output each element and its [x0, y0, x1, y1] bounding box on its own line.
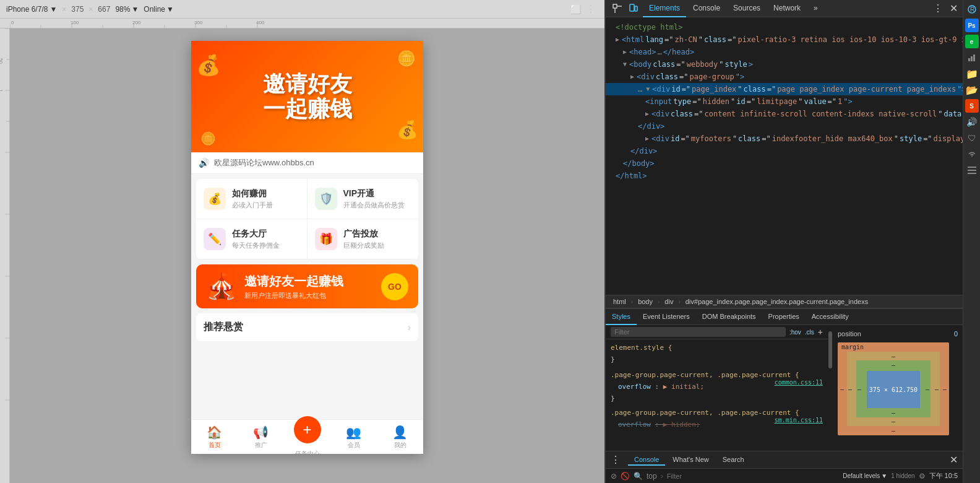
- devtools-close-button[interactable]: ✕: [950, 2, 958, 14]
- right-icon-folder-outline[interactable]: 📂: [965, 83, 979, 97]
- dom-line-11[interactable]: </body>: [606, 157, 963, 170]
- nav-item-promote[interactable]: 📢 推广: [238, 425, 284, 450]
- expand-content-div[interactable]: ▶: [645, 108, 649, 120]
- inspect-element-button[interactable]: [611, 2, 624, 15]
- expand-html[interactable]: ▶: [616, 34, 619, 45]
- styles-tab-styles[interactable]: Styles: [606, 309, 637, 325]
- css-rules-area[interactable]: element.style { } .page-group.page-curre…: [606, 339, 828, 451]
- right-icon-s[interactable]: S: [965, 99, 979, 113]
- invite-banner[interactable]: 🎪 邀请好友一起赚钱 新用户注册即送暴礼大红包 GO: [196, 264, 418, 308]
- styles-tab-dom-breakpoints[interactable]: DOM Breakpoints: [696, 309, 762, 325]
- devtools-more-button[interactable]: ⋮: [931, 2, 945, 15]
- nav-item-member[interactable]: 👥 会员: [330, 425, 377, 450]
- right-icon-ps[interactable]: Ps: [965, 19, 979, 32]
- phone-content[interactable]: 💰 🪙 💰 🪙 邀请好友 一起赚钱 🔊 欧星源码论坛www.ohbbs.cn: [191, 41, 423, 419]
- recommend-arrow-icon[interactable]: ›: [408, 322, 411, 333]
- more-options-button[interactable]: ⋮: [586, 3, 596, 15]
- breadcrumb-div[interactable]: div: [662, 298, 676, 305]
- console-settings-icon[interactable]: ⚙: [919, 472, 926, 481]
- styles-tab-properties[interactable]: Properties: [762, 309, 806, 325]
- dom-line-9[interactable]: ▶ <div id="myfooters" class="indexfooter…: [606, 133, 963, 145]
- breadcrumb-page-index[interactable]: div#page_index.page.page_index.page-curr…: [683, 298, 870, 305]
- dom-line-10[interactable]: </div>: [606, 145, 963, 157]
- console-tab-console[interactable]: Console: [628, 455, 665, 466]
- styles-tab-event-listeners[interactable]: Event Listeners: [637, 309, 696, 325]
- nav-item-task[interactable]: + 任务中心: [284, 416, 330, 455]
- console-bar: ⋮ Console What's New Search ✕: [606, 451, 963, 468]
- menu-text-3: 广告投放 巨额分成奖励: [343, 228, 384, 250]
- network-throttle[interactable]: Online ▼: [144, 5, 174, 14]
- right-icon-shield[interactable]: 🛡: [965, 131, 979, 145]
- css-rule-element-style: element.style {: [606, 342, 828, 354]
- styles-scroll-track[interactable]: [828, 325, 833, 451]
- dom-line-1[interactable]: ▶ <html lang="zh-CN" class="pixel-ratio-…: [606, 33, 963, 46]
- right-icon-volume[interactable]: 🔊: [965, 115, 979, 129]
- menu-item-2[interactable]: ✏️ 任务大厅 每天任务挣佣金: [196, 219, 307, 259]
- css-file-link-sm[interactable]: sm.min.css:11: [775, 417, 823, 424]
- cls-filter-button[interactable]: .cls: [805, 329, 814, 336]
- dom-line-4[interactable]: ▶ <div class="page-group">: [606, 71, 963, 83]
- expand-page-index[interactable]: ▼: [646, 84, 650, 95]
- console-tabs: Console What's New Search: [628, 455, 750, 466]
- console-close-button[interactable]: ✕: [950, 454, 958, 466]
- expand-page-group[interactable]: ▶: [630, 71, 634, 82]
- styles-scroll-thumb[interactable]: [828, 331, 832, 368]
- menu-item-0[interactable]: 💰 如何赚佣 必读入门手册: [196, 179, 307, 219]
- add-style-button[interactable]: +: [818, 327, 823, 337]
- console-tab-whatsnew[interactable]: What's New: [666, 455, 715, 466]
- device-toolbar-button[interactable]: [627, 2, 640, 15]
- right-icon-0[interactable]: R: [965, 2, 979, 16]
- expand-head[interactable]: ▶: [623, 46, 627, 58]
- right-icon-e[interactable]: e: [965, 35, 979, 48]
- device-label: iPhone 6/7/8: [6, 5, 48, 14]
- menu-icon-0: 💰: [204, 188, 226, 210]
- dom-tree[interactable]: <!doctype html> ▶ <html lang="zh-CN" cla…: [606, 17, 963, 295]
- dom-line-6[interactable]: <input type="hidden" id="limitpage" valu…: [606, 95, 963, 108]
- tab-network[interactable]: Network: [767, 0, 807, 17]
- console-tab-search[interactable]: Search: [716, 455, 750, 466]
- console-more-button[interactable]: ⋮: [611, 454, 621, 466]
- nav-item-mine[interactable]: 👤 我的: [377, 425, 423, 450]
- zoom-selector[interactable]: 98% ▼: [115, 5, 139, 14]
- three-dots-selected: …: [638, 84, 642, 95]
- invite-go-button[interactable]: GO: [381, 273, 408, 300]
- dom-line-0[interactable]: <!doctype html>: [606, 21, 963, 33]
- styles-filter-input[interactable]: [611, 327, 786, 337]
- tab-console[interactable]: Console: [687, 0, 726, 17]
- console-filter-input[interactable]: [667, 472, 840, 480]
- css-file-link-common[interactable]: common.css:11: [775, 379, 823, 386]
- dom-line-12[interactable]: </html>: [606, 170, 963, 182]
- menu-item-3[interactable]: 🎁 广告投放 巨额分成奖励: [307, 219, 419, 259]
- breadcrumb-body[interactable]: body: [635, 298, 655, 305]
- console-clear-icon[interactable]: 🚫: [621, 472, 630, 481]
- device-selector[interactable]: iPhone 6/7/8 ▼: [6, 5, 57, 14]
- tab-elements[interactable]: Elements: [643, 0, 686, 17]
- nav-label-task: 任务中心: [295, 450, 320, 455]
- dom-line-3[interactable]: ▼ <body class="webbody" style>: [606, 58, 963, 71]
- right-icon-bars[interactable]: [965, 163, 979, 177]
- right-icon-folder-yellow[interactable]: 📁: [965, 67, 979, 80]
- console-filter-icon[interactable]: 🔍: [634, 472, 643, 481]
- expand-body[interactable]: ▼: [623, 59, 627, 70]
- nav-label-promote: 推广: [255, 441, 267, 450]
- expand-myfooters[interactable]: ▶: [645, 133, 649, 144]
- dom-line-2[interactable]: ▶ <head> … </head>: [606, 46, 963, 58]
- menu-icon-1: 🛡️: [315, 188, 337, 210]
- breadcrumb-html[interactable]: html: [611, 298, 629, 305]
- nav-item-home[interactable]: 🏠 首页: [191, 425, 238, 450]
- styles-tab-accessibility[interactable]: Accessibility: [806, 309, 855, 325]
- svg-rect-25: [613, 4, 617, 8]
- svg-text:50: 50: [0, 58, 4, 64]
- tab-more[interactable]: »: [807, 0, 824, 17]
- dom-line-8[interactable]: </div>: [606, 120, 963, 133]
- right-icon-wifi[interactable]: [965, 147, 979, 161]
- menu-subtitle-2: 每天任务挣佣金: [232, 241, 280, 250]
- console-levels-selector[interactable]: Default levels ▼: [843, 472, 887, 479]
- menu-item-1[interactable]: 🛡️ VIP开通 开通会员做高价悬赏: [307, 179, 419, 219]
- ruler-icon[interactable]: ⬜: [570, 4, 581, 14]
- right-icon-chart[interactable]: [965, 51, 979, 64]
- dom-line-7[interactable]: ▶ <div class="content infinite-scroll co…: [606, 108, 963, 120]
- hov-filter-button[interactable]: :hov: [789, 329, 801, 336]
- dom-line-5[interactable]: … ▼ <div id="page_index" class="page pag…: [606, 83, 963, 95]
- tab-sources[interactable]: Sources: [727, 0, 767, 17]
